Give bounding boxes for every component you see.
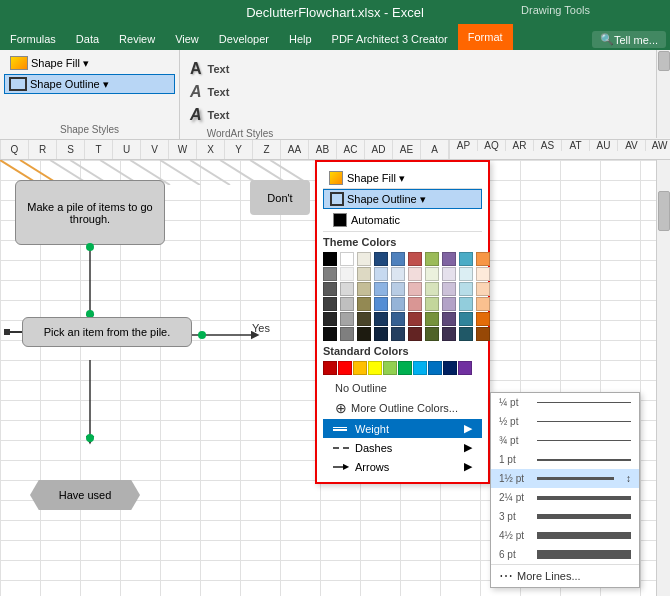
shape-fill-row[interactable]: Shape Fill ▾ [323, 168, 482, 189]
col-r[interactable]: R [29, 140, 57, 159]
color-swatch-4[interactable] [391, 252, 405, 266]
ribbon-content: Shape Fill ▾ Shape Outline ▾ Shape Style… [0, 50, 670, 140]
theme-colors-title: Theme Colors [323, 236, 482, 248]
weight-3-pt[interactable]: 3 pt [491, 507, 639, 526]
theme-colors-grid [323, 252, 482, 341]
std-color-4[interactable] [368, 361, 382, 375]
std-color-5[interactable] [383, 361, 397, 375]
color-swatch-2[interactable] [357, 252, 371, 266]
tab-help[interactable]: Help [279, 28, 322, 50]
col-z[interactable]: Z [253, 140, 281, 159]
col-ae[interactable]: AE [393, 140, 421, 159]
col-af[interactable]: A [421, 140, 449, 159]
wordart-section: A Text A Text A Text WordArt Styles [180, 50, 300, 139]
color-swatch-white[interactable] [340, 252, 354, 266]
weight-2quarter-pt[interactable]: 2¼ pt [491, 488, 639, 507]
shape-have-used[interactable]: Have used [30, 480, 140, 510]
weight-quarter-pt[interactable]: ¼ pt [491, 393, 639, 412]
col-s[interactable]: S [57, 140, 85, 159]
col-ac[interactable]: AC [337, 140, 365, 159]
color-swatch-3[interactable] [374, 252, 388, 266]
green-dot-3 [198, 331, 206, 339]
col-y[interactable]: Y [225, 140, 253, 159]
weight-6-pt[interactable]: 6 pt [491, 545, 639, 564]
ribbon-tabs: Formulas Data Review View Developer Help… [0, 24, 670, 50]
canvas-area[interactable]: Make a pile of items to go through. Don'… [0, 160, 670, 596]
title-text: DeclutterFlowchart.xlsx - Excel [246, 5, 424, 20]
std-color-7[interactable] [413, 361, 427, 375]
tab-format[interactable]: Format [458, 24, 513, 50]
color-swatch-black[interactable] [323, 252, 337, 266]
std-color-8[interactable] [428, 361, 442, 375]
shape-fill-button[interactable]: Shape Fill ▾ [4, 54, 95, 72]
column-headers: Q R S T U V W X Y Z AA AB AC AD AE A AP … [0, 140, 670, 160]
spreadsheet-area: Make a pile of items to go through. Don'… [0, 160, 670, 596]
weight-1-pt[interactable]: 1 pt [491, 450, 639, 469]
col-x[interactable]: X [197, 140, 225, 159]
color-swatch-8[interactable] [459, 252, 473, 266]
col-w[interactable]: W [169, 140, 197, 159]
yes-label: Yes [252, 322, 270, 334]
green-dot-5 [86, 434, 94, 442]
automatic-row[interactable]: Automatic [323, 209, 482, 232]
col-q[interactable]: Q [1, 140, 29, 159]
tab-review[interactable]: Review [109, 28, 165, 50]
color-swatch-9[interactable] [476, 252, 490, 266]
tab-pdf[interactable]: PDF Architect 3 Creator [322, 28, 458, 50]
more-outline-colors-btn[interactable]: ⊕ More Outline Colors... [323, 397, 482, 419]
no-outline-btn[interactable]: No Outline [323, 379, 482, 397]
std-color-10[interactable] [458, 361, 472, 375]
shape-pick[interactable]: Pick an item from the pile. [22, 317, 192, 347]
vertical-scrollbar[interactable] [656, 160, 670, 596]
green-dot-1 [86, 243, 94, 251]
ribbon-scrollbar[interactable] [656, 50, 670, 138]
tab-data[interactable]: Data [66, 28, 109, 50]
wordart-item-2[interactable]: A Text [186, 81, 233, 103]
color-swatch-6[interactable] [425, 252, 439, 266]
arrows-menu-item[interactable]: ▶ Arrows ▶ [323, 457, 482, 476]
std-color-3[interactable] [353, 361, 367, 375]
col-u[interactable]: U [113, 140, 141, 159]
more-lines-btn[interactable]: ⋯ More Lines... [491, 564, 639, 587]
shape-styles-label: Shape Styles [4, 124, 175, 135]
title-bar: Drawing Tools DeclutterFlowchart.xlsx - … [0, 0, 670, 24]
shape-outline-menu-label: Shape Outline ▾ [347, 193, 426, 206]
wordart-item-1[interactable]: A Text [186, 58, 233, 80]
wordart-item-3[interactable]: A Text [186, 104, 233, 126]
std-color-2[interactable] [338, 361, 352, 375]
shape-pile[interactable]: Make a pile of items to go through. [15, 180, 165, 245]
std-color-6[interactable] [398, 361, 412, 375]
weight-4half-pt[interactable]: 4½ pt [491, 526, 639, 545]
wordart-styles-label: WordArt Styles [207, 126, 274, 139]
standard-colors-grid [323, 361, 482, 375]
dashes-menu-item[interactable]: Dashes ▶ [323, 438, 482, 457]
arrow-line-left [10, 331, 22, 333]
col-ad[interactable]: AD [365, 140, 393, 159]
scrollbar-thumb[interactable] [658, 191, 670, 231]
col-v[interactable]: V [141, 140, 169, 159]
tab-developer[interactable]: Developer [209, 28, 279, 50]
tab-formulas[interactable]: Formulas [0, 28, 66, 50]
shape-fill-label: Shape Fill ▾ [347, 172, 405, 185]
col-t[interactable]: T [85, 140, 113, 159]
weight-submenu[interactable]: ¼ pt ½ pt ¾ pt 1 pt 1½ pt ↕ 2¼ pt [490, 392, 640, 588]
svg-line-7 [190, 160, 230, 185]
standard-colors-title: Standard Colors [323, 345, 482, 357]
tab-view[interactable]: View [165, 28, 209, 50]
color-swatch-7[interactable] [442, 252, 456, 266]
search-box[interactable]: 🔍 Tell me... [592, 31, 666, 48]
weight-half-pt[interactable]: ½ pt [491, 412, 639, 431]
weight-1half-pt[interactable]: 1½ pt ↕ [491, 469, 639, 488]
shape-outline-button[interactable]: Shape Outline ▾ [4, 74, 175, 94]
color-picker-panel[interactable]: Shape Fill ▾ Shape Outline ▾ Automatic T… [315, 160, 490, 484]
shape-outline-menu-btn[interactable]: Shape Outline ▾ [323, 189, 482, 209]
svg-line-6 [160, 160, 200, 185]
color-swatch-5[interactable] [408, 252, 422, 266]
col-aa[interactable]: AA [281, 140, 309, 159]
shape-dont[interactable]: Don't [250, 180, 310, 215]
col-ab[interactable]: AB [309, 140, 337, 159]
weight-menu-item[interactable]: Weight ▶ [323, 419, 482, 438]
std-color-1[interactable] [323, 361, 337, 375]
weight-threequarter-pt[interactable]: ¾ pt [491, 431, 639, 450]
std-color-9[interactable] [443, 361, 457, 375]
